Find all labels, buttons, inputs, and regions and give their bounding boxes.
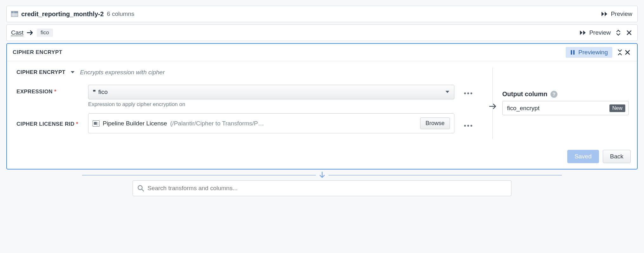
table-icon <box>11 11 18 17</box>
back-button[interactable]: Back <box>603 150 631 163</box>
param-expression-label: EXPRESSION * <box>16 85 84 95</box>
pause-icon <box>570 50 575 55</box>
expression-dropdown[interactable]: ❞ fico <box>88 85 454 99</box>
chevron-down-icon[interactable] <box>70 71 75 74</box>
expression-value: fico <box>98 89 108 96</box>
function-name: CIPHER ENCRYPT <box>16 69 65 76</box>
param-license-label: CIPHER LICENSE RID * <box>16 113 84 127</box>
license-path: (/Palantir/Cipher to Transforms/P… <box>170 120 417 127</box>
cast-preview-button[interactable]: Preview <box>579 28 611 37</box>
dataset-name: credit_reporting_monthly-2 <box>21 10 104 18</box>
output-column-field[interactable] <box>507 105 606 112</box>
search-icon <box>137 185 144 192</box>
collapse-vertical-icon[interactable] <box>616 48 624 57</box>
panel-left: CIPHER ENCRYPT Encrypts expression with … <box>16 68 492 139</box>
license-file-icon <box>93 120 100 127</box>
param-license: CIPHER LICENSE RID * Pipeline Builder Li… <box>16 113 454 133</box>
previewing-badge[interactable]: Previewing <box>566 47 612 58</box>
license-box: Pipeline Builder License (/Palantir/Ciph… <box>88 113 454 133</box>
arrow-down-icon <box>319 171 325 179</box>
connector <box>6 171 638 179</box>
expression-helper: Expression to apply cipher encryption on <box>88 101 454 108</box>
fast-forward-icon <box>601 11 608 17</box>
panel-footer: Saved Back <box>7 145 637 169</box>
cast-column-chip[interactable]: fico <box>37 29 53 37</box>
close-icon[interactable] <box>625 29 633 37</box>
license-more-icon[interactable]: ••• <box>464 120 473 131</box>
quote-icon: ❞ <box>93 89 95 96</box>
transform-search[interactable] <box>133 180 511 196</box>
saved-button[interactable]: Saved <box>567 150 599 163</box>
arrow-right-icon <box>489 103 497 110</box>
dataset-card: credit_reporting_monthly-2 6 columns Pre… <box>6 6 638 22</box>
dataset-preview-label: Preview <box>611 10 632 17</box>
svg-rect-0 <box>571 50 572 55</box>
output-column-label: Output column ? <box>502 90 629 98</box>
arrow-right-icon <box>27 30 34 35</box>
connector-line <box>82 175 316 176</box>
cipher-encrypt-panel: CIPHER ENCRYPT Previewing CIPHER ENCRYPT… <box>6 43 638 170</box>
dataset-columns: 6 columns <box>107 10 134 17</box>
svg-rect-1 <box>573 50 575 55</box>
new-badge: New <box>609 104 625 112</box>
panel-body: CIPHER ENCRYPT Encrypts expression with … <box>7 61 637 145</box>
param-expression: EXPRESSION * ❞ fico Expression to apply … <box>16 85 454 108</box>
browse-button[interactable]: Browse <box>420 117 450 129</box>
panel-close-icon[interactable] <box>624 48 631 57</box>
transform-search-input[interactable] <box>147 185 507 192</box>
chevron-down-icon <box>445 90 450 94</box>
function-description: Encrypts expression with cipher <box>80 69 165 76</box>
panel-title: CIPHER ENCRYPT <box>13 49 62 56</box>
connector-line <box>329 175 562 176</box>
dataset-preview-button[interactable]: Preview <box>601 9 633 19</box>
previewing-label: Previewing <box>578 49 608 56</box>
fast-forward-icon <box>580 30 587 36</box>
cast-link[interactable]: Cast <box>11 29 23 36</box>
cast-card: Cast fico Preview <box>6 24 638 41</box>
help-icon[interactable]: ? <box>550 91 557 98</box>
panel-right: Output column ? New <box>492 68 629 139</box>
expand-collapse-icon[interactable] <box>615 28 622 37</box>
license-name: Pipeline Builder License <box>103 120 167 127</box>
function-row: CIPHER ENCRYPT Encrypts expression with … <box>16 68 454 76</box>
cast-preview-label: Preview <box>589 29 611 36</box>
panel-header: CIPHER ENCRYPT Previewing <box>7 44 637 61</box>
expression-more-icon[interactable]: ••• <box>464 88 473 99</box>
output-column-input[interactable]: New <box>502 101 629 115</box>
